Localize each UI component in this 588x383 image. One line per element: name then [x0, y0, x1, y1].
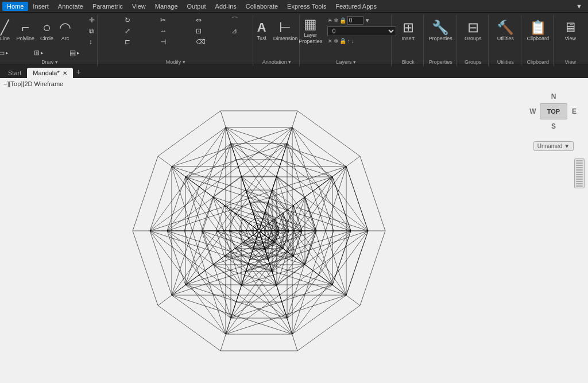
annotation-group-label: Annotation ▾ [258, 58, 296, 66]
ribbon-group-view: 🖥 View View [555, 15, 586, 66]
mandala-drawing [127, 99, 391, 363]
svg-line-73 [287, 177, 332, 318]
menubar: Home Insert Annotate Parametric View Man… [0, 0, 588, 13]
clipboard-group-label: Clipboard [526, 58, 550, 66]
main-content: −][Top][2D Wireframe N W TOP E S Unnamed [0, 78, 588, 383]
groups-button[interactable]: ⊟ Groups [459, 15, 488, 47]
trim-button[interactable]: ✂ [158, 15, 193, 25]
utilities-button[interactable]: 🔨 Utilities [491, 15, 520, 47]
clipboard-button[interactable]: 📋 Clipboard [524, 15, 552, 47]
menu-item-view[interactable]: View [127, 2, 150, 11]
erase-icon: ⌫ [196, 38, 206, 45]
scroll-tick [576, 185, 583, 187]
menu-item-featuredapps[interactable]: Featured Apps [331, 2, 381, 11]
nav-top-button[interactable]: TOP [540, 103, 567, 119]
layer-dropdown-arrow[interactable]: ▼ [365, 17, 370, 24]
utilities-group-label: Utilities [493, 58, 517, 66]
menu-item-home[interactable]: Home [2, 2, 28, 11]
view-button[interactable]: 🖥 View [556, 15, 585, 47]
text-icon: A [257, 21, 266, 34]
svg-line-112 [213, 197, 241, 285]
svg-line-58 [287, 144, 351, 231]
layer-properties-icon: ▦ [304, 17, 317, 31]
menu-item-parametric[interactable]: Parametric [88, 2, 127, 11]
rotate-icon: ↻ [125, 17, 130, 24]
text-button[interactable]: A Text [254, 15, 270, 47]
hatch-button[interactable]: ⊞ ▸ [32, 48, 67, 58]
tab-mandala-close[interactable]: ✕ [63, 70, 67, 76]
erase-button[interactable]: ⌫ [194, 37, 229, 47]
view-icon: 🖥 [563, 21, 577, 34]
tab-add-button[interactable]: + [73, 65, 84, 78]
menu-item-expresstools[interactable]: Express Tools [283, 2, 331, 11]
ribbon-group-properties: 🔧 Properties Properties [425, 15, 457, 66]
line-button[interactable]: ╱ Line [0, 15, 13, 47]
circle-button[interactable]: ○ Circle [38, 15, 56, 47]
insert-icon: ⊞ [403, 21, 414, 34]
scroll-tick [576, 167, 583, 168]
menu-item-insert[interactable]: Insert [28, 2, 53, 11]
tab-start[interactable]: Start [2, 68, 27, 78]
extend-icon: ↔ [160, 28, 167, 34]
svg-line-94 [241, 176, 316, 231]
stretch-button[interactable]: ↕ [87, 37, 122, 47]
svg-line-107 [213, 197, 277, 285]
layer-btn5[interactable]: ↓ [351, 38, 354, 44]
ribbon-group-utilities: 🔨 Utilities Utilities [490, 15, 521, 66]
layer-select[interactable]: 0 [327, 26, 396, 36]
mirror-button[interactable]: ⇔ [194, 15, 229, 25]
viewport[interactable]: −][Top][2D Wireframe N W TOP E S Unnamed [0, 78, 588, 383]
properties-button[interactable]: 🔧 Properties [426, 15, 455, 47]
groups-icon: ⊟ [467, 21, 479, 34]
layer-btn2[interactable]: ❄ [334, 38, 338, 44]
rect-button[interactable]: ▭ ▸ [0, 48, 31, 58]
nav-east: E [567, 105, 581, 118]
svg-line-23 [346, 231, 368, 295]
dimension-button[interactable]: ⊢ Dimension [271, 15, 300, 47]
menu-item-collaborate[interactable]: Collaborate [241, 2, 283, 11]
move-button[interactable]: ✛ [87, 15, 122, 25]
arc-button[interactable]: ◠ Arc [57, 15, 74, 47]
layer-number-input[interactable] [347, 16, 363, 25]
menu-item-addins[interactable]: Add-ins [211, 2, 241, 11]
window-controls: ▼ [572, 2, 586, 11]
layer-btn3[interactable]: 🔒 [339, 38, 346, 44]
scroll-panel[interactable] [574, 158, 585, 188]
layer-btn4[interactable]: ↑ [347, 38, 350, 44]
tab-mandala[interactable]: Mandala* ✕ [27, 68, 72, 78]
view-preset-label: Unnamed [537, 143, 562, 149]
scale-button[interactable]: ⤢ [123, 26, 157, 36]
svg-line-75 [185, 177, 231, 318]
view-group-label: View [558, 58, 582, 66]
ribbon-group-modify: ✛ ↻ ✂ ⇔ ⌒ [99, 15, 253, 66]
rotate-button[interactable]: ↻ [123, 15, 157, 25]
menu-item-output[interactable]: Output [183, 2, 211, 11]
extend-button[interactable]: ↔ [158, 26, 193, 36]
view-preset-dropdown[interactable]: Unnamed ▼ [533, 141, 574, 151]
svg-line-80 [185, 144, 231, 285]
modify-group-label: Modify ▾ [102, 58, 249, 66]
svg-line-52 [287, 231, 351, 318]
break-button[interactable]: ⊣ [158, 37, 193, 47]
scroll-tick [576, 176, 583, 177]
copy-button[interactable]: ⧉ [87, 26, 122, 36]
offset-button[interactable]: ⊏ [123, 37, 157, 47]
layer-properties-button[interactable]: ▦ LayerProperties [296, 15, 325, 47]
svg-line-66 [287, 144, 332, 285]
polyline-button[interactable]: ⌐ Polyline [14, 15, 37, 47]
array-button[interactable]: ⊡ [194, 26, 229, 36]
svg-line-83 [167, 144, 231, 231]
tabs-bar: Start Mandala* ✕ + [0, 64, 588, 78]
clipboard-icon: 📋 [529, 21, 547, 34]
menu-item-manage[interactable]: Manage [150, 2, 183, 11]
mirror-icon: ⇔ [196, 17, 202, 24]
menu-item-annotate[interactable]: Annotate [53, 2, 88, 11]
insert-button[interactable]: ⊞ Insert [394, 15, 423, 47]
scroll-tick [576, 183, 583, 184]
layer-btn1[interactable]: ☀ [327, 38, 332, 44]
scroll-tick [576, 181, 583, 182]
svg-line-167 [275, 219, 279, 231]
nav-cube: N W TOP E S Unnamed ▼ [531, 90, 577, 151]
svg-line-88 [231, 144, 332, 177]
ribbon-group-annotation: A Text ⊢ Dimension Annotation ▾ [254, 15, 300, 66]
